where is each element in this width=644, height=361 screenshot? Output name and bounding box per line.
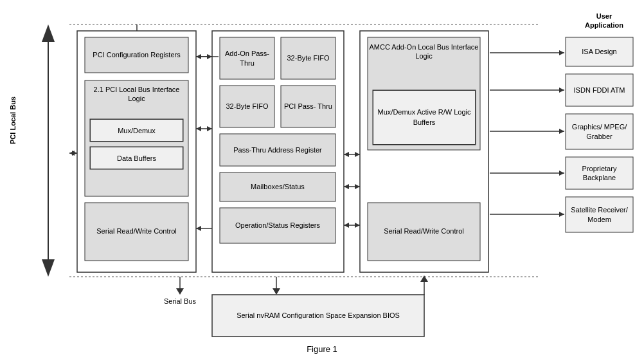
svg-marker-55 [176,288,184,295]
addon-passthru-box: Add-On Pass- Thru [220,37,274,79]
graphics-mpeg-box: Graphics/ MPEG/ Grabber [566,114,633,149]
svg-marker-57 [420,275,428,282]
mux-demux-left-box: Mux/Demux [90,119,183,142]
user-application-label: User Application [578,12,630,30]
proprietary-box: Proprietary Backplane [566,157,633,189]
svg-marker-31 [196,54,201,59]
isa-design-box: ISA Design [566,37,633,66]
svg-marker-40 [344,184,349,189]
fifo-32-bottom-box: 32-Byte FIFO [220,86,274,127]
svg-marker-33 [207,126,212,131]
pci-local-bus-logic-label: 2.1 PCI Local Bus Interface Logic [85,82,188,104]
svg-marker-39 [355,184,360,189]
serial-rw-left-box: Serial Read/Write Control [85,203,188,261]
serial-bus-label: Serial Bus [154,297,206,305]
passthru-addr-box: Pass-Thru Address Register [220,134,335,166]
diagram-container: PCI Local Bus User Application PCI Confi… [0,0,644,361]
serial-nvram-box: Serial nvRAM Configuration Space Expansi… [212,295,424,337]
op-status-box: Operation/Status Registers [220,208,335,243]
svg-marker-30 [207,54,212,59]
svg-marker-66 [69,151,75,156]
data-buffers-box: Data Buffers [90,147,183,169]
pci-local-bus-label: PCI Local Bus [9,97,48,144]
svg-marker-59 [273,288,280,295]
mux-demux-active-box: Mux/Demux Active R/W Logic Buffers [373,90,476,145]
fifo-32-top-box: 32-Byte FIFO [281,37,335,79]
svg-marker-65 [72,151,77,156]
pci-passthru-box: PCI Pass- Thru [281,86,335,127]
svg-marker-37 [344,152,349,157]
svg-marker-49 [559,129,564,134]
amcc-label: AMCC Add-On Local Bus Interface Logic [368,40,480,85]
svg-marker-42 [355,223,360,228]
svg-marker-36 [355,152,360,157]
svg-marker-43 [344,223,349,228]
svg-marker-34 [196,126,201,131]
svg-marker-61 [196,226,201,231]
serial-rw-right-box: Serial Read/Write Control [368,203,480,261]
svg-marker-47 [559,88,564,93]
svg-marker-53 [559,212,564,217]
pci-config-box: PCI Configuration Registers [85,37,188,73]
svg-marker-4 [42,259,55,277]
svg-marker-51 [559,171,564,176]
satellite-box: Satellite Receiver/ Modem [566,197,633,232]
svg-marker-45 [559,50,564,55]
mailboxes-box: Mailboxes/Status [220,172,335,201]
isdn-fddi-atm-box: ISDN FDDI ATM [566,74,633,106]
svg-marker-3 [42,24,55,42]
figure-caption: Figure 1 [0,344,644,354]
